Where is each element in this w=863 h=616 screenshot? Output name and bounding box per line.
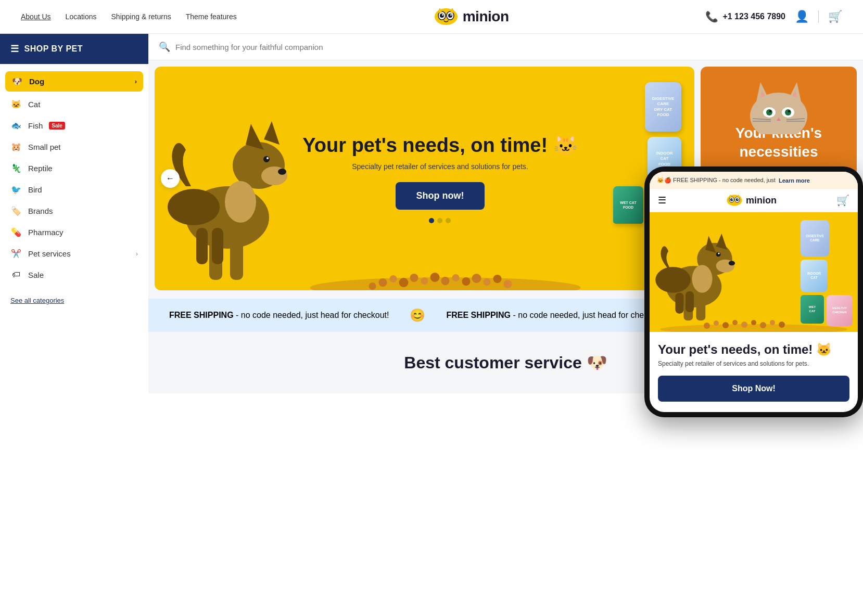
svg-point-67 <box>716 252 721 256</box>
sidebar-item-fish[interactable]: 🐟 Fish Sale <box>0 115 148 136</box>
phone-logo-icon <box>726 194 743 207</box>
phone-icon: 📞 <box>705 10 718 23</box>
search-input[interactable] <box>175 43 853 52</box>
shop-now-button[interactable]: Shop now! <box>396 182 485 210</box>
svg-point-45 <box>766 109 772 116</box>
small-pet-icon: 🐹 <box>10 142 22 152</box>
sidebar-item-bird[interactable]: 🐦 Bird <box>0 179 148 200</box>
svg-point-84 <box>760 322 766 328</box>
nav-locations[interactable]: Locations <box>66 12 97 21</box>
svg-point-37 <box>504 280 512 288</box>
phone-shop-now-button[interactable]: Shop Now! <box>658 376 849 393</box>
nav-about-us[interactable]: About Us <box>21 12 51 21</box>
phone-frame: 🐱🍎 FREE SHIPPING - no code needed, just … <box>644 166 863 393</box>
svg-point-68 <box>718 252 719 254</box>
nav-right-actions: 📞 +1 123 456 7890 👤 🛒 <box>705 10 842 23</box>
svg-point-48 <box>788 110 790 112</box>
fish-sale-badge: Sale <box>49 122 65 130</box>
sidebar-item-label: Cat <box>28 100 40 109</box>
phone-mockup-wrapper: 🐱🍎 FREE SHIPPING - no code needed, just … <box>644 166 863 393</box>
prev-slide-button[interactable]: ← <box>161 169 180 188</box>
slide-dot-3 <box>446 218 451 223</box>
sidebar-item-label: Fish <box>28 121 43 130</box>
nav-theme[interactable]: Theme features <box>186 12 237 21</box>
sidebar-item-sale[interactable]: 🏷 Sale <box>0 264 148 285</box>
chevron-right-icon: › <box>136 250 138 258</box>
chevron-right-icon: › <box>135 78 137 85</box>
shipping-text-2: FREE SHIPPING - no code needed, just hea… <box>446 311 666 320</box>
slide-dot-1[interactable] <box>429 218 434 223</box>
svg-point-81 <box>732 320 738 325</box>
svg-point-6 <box>450 14 452 16</box>
svg-point-12 <box>278 169 286 175</box>
slide-dots <box>302 218 577 223</box>
svg-point-25 <box>390 275 397 283</box>
svg-point-31 <box>452 274 460 281</box>
svg-point-28 <box>421 277 428 285</box>
slide-dot-2[interactable] <box>437 218 442 223</box>
sidebar-item-label: Pharmacy <box>28 228 64 237</box>
phone-hero-subtitle: Specialty pet retailer of services and s… <box>658 360 849 367</box>
sidebar-header: ☰ SHOP BY PET <box>0 34 148 64</box>
banner-title: Your pet's needs, on time! 🐱 <box>302 134 577 158</box>
logo-icon <box>434 7 459 26</box>
phone-product-bag-2: INDOORCAT <box>801 260 828 292</box>
svg-point-29 <box>430 273 440 282</box>
sidebar-item-small-pet[interactable]: 🐹 Small pet <box>0 136 148 158</box>
cart-button[interactable]: 🛒 <box>828 10 842 23</box>
phone-logo-text: minion <box>746 195 777 206</box>
svg-point-4 <box>448 14 452 18</box>
phone-header: ☰ minion 🛒 <box>650 189 858 212</box>
phone-learn-more-link[interactable]: Learn more <box>779 177 810 184</box>
svg-point-66 <box>729 261 735 265</box>
phone-area: 📞 +1 123 456 7890 <box>705 10 785 23</box>
sidebar-item-cat[interactable]: 🐱 Cat <box>0 94 148 115</box>
phone-hero-title: Your pet's needs, on time! 🐱 <box>658 342 849 357</box>
sidebar-item-reptile[interactable]: 🦎 Reptile <box>0 158 148 179</box>
sidebar-item-label: Reptile <box>28 164 53 173</box>
sidebar-item-pet-services[interactable]: ✂️ Pet services › <box>0 243 148 264</box>
sidebar-menu: 🐶 Dog › 🐱 Cat 🐟 Fish Sale 🐹 Small pet 🦎 … <box>0 64 148 290</box>
pet-services-icon: ✂️ <box>10 249 22 259</box>
bird-icon: 🐦 <box>10 185 22 195</box>
phone-cart-icon[interactable]: 🛒 <box>836 194 849 207</box>
svg-rect-74 <box>675 292 683 313</box>
svg-point-79 <box>714 320 719 326</box>
svg-point-33 <box>472 274 481 283</box>
nav-shipping[interactable]: Shipping & returns <box>111 12 171 21</box>
svg-point-24 <box>379 278 387 287</box>
svg-point-13 <box>263 156 270 162</box>
product-can-1: WET CATFOOD <box>613 186 643 224</box>
main-banner: DIGESTIVECAREDRY CATFOOD INDOORCATFOOD W… <box>155 67 694 290</box>
sidebar-item-brands[interactable]: 🏷️ Brands <box>0 200 148 222</box>
svg-point-83 <box>751 320 756 325</box>
sidebar: ☰ SHOP BY PET 🐶 Dog › 🐱 Cat 🐟 Fish Sale … <box>0 34 148 393</box>
see-all-link[interactable]: See all categories <box>10 297 64 304</box>
phone-hero-content: Your pet's needs, on time! 🐱 Specialty p… <box>650 332 858 393</box>
svg-point-46 <box>785 109 791 116</box>
sidebar-item-dog[interactable]: 🐶 Dog › <box>5 71 143 92</box>
product-bag-1: DIGESTIVECAREDRY CATFOOD <box>645 82 681 132</box>
svg-point-22 <box>225 181 256 223</box>
phone-kibble <box>650 311 858 332</box>
phone-hamburger-icon[interactable]: ☰ <box>658 195 666 206</box>
svg-point-82 <box>741 322 747 328</box>
phone-screen: 🐱🍎 FREE SHIPPING - no code needed, just … <box>650 172 858 393</box>
svg-point-80 <box>722 322 729 328</box>
svg-point-35 <box>493 275 502 283</box>
account-button[interactable]: 👤 <box>795 10 809 23</box>
svg-point-34 <box>484 278 491 286</box>
svg-marker-16 <box>264 121 280 145</box>
svg-point-71 <box>655 266 691 292</box>
sidebar-item-label: Pet services <box>28 249 71 258</box>
svg-point-26 <box>399 278 409 287</box>
kitten-illustration <box>737 67 820 134</box>
sidebar-item-label: Bird <box>28 185 42 194</box>
sidebar-item-pharmacy[interactable]: 💊 Pharmacy <box>0 222 148 243</box>
phone-hero: DIGESTIVECARE INDOORCAT WETCAT HEALTHYCH… <box>650 212 858 332</box>
svg-point-27 <box>410 274 418 282</box>
sidebar-title: SHOP BY PET <box>24 44 83 54</box>
sidebar-item-label: Sale <box>28 271 44 279</box>
kibble-pile <box>196 254 694 290</box>
hamburger-icon: ☰ <box>10 43 19 55</box>
